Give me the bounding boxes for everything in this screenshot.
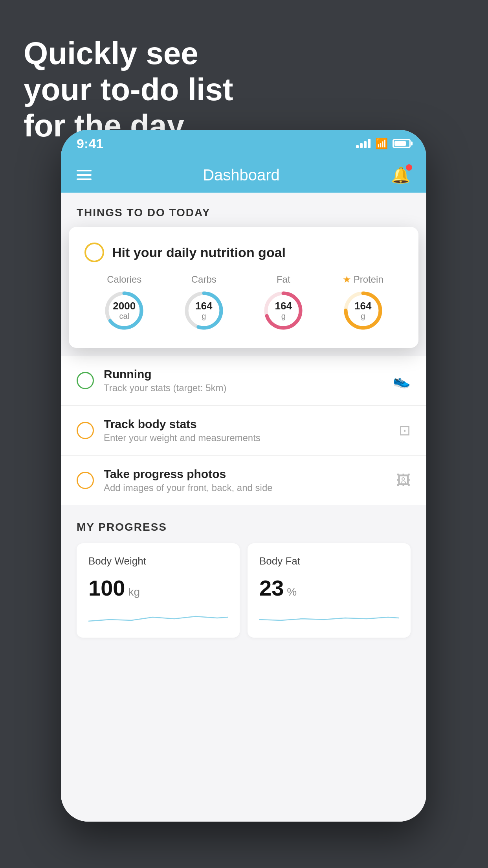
body-fat-card-title: Body Fat: [259, 555, 399, 567]
todo-subtitle-body-stats: Enter your weight and measurements: [104, 432, 389, 443]
todo-text-body-stats: Track body stats Enter your weight and m…: [104, 417, 389, 443]
todo-circle-running: [77, 372, 94, 389]
menu-button[interactable]: [77, 170, 92, 180]
nutrition-macros: Calories 2000 cal Carbs: [84, 274, 403, 332]
body-fat-chart: [259, 609, 399, 624]
todo-subtitle-progress-photos: Add images of your front, back, and side: [104, 482, 387, 493]
macro-protein-label: ★ Protein: [343, 274, 383, 285]
notification-dot: [406, 164, 412, 171]
things-section-header: THINGS TO DO TODAY: [61, 193, 426, 227]
body-weight-value: 100: [88, 575, 125, 601]
body-weight-value-row: 100 kg: [88, 575, 228, 601]
running-shoe-icon: 👟: [393, 372, 411, 389]
macro-fat: Fat 164 g: [262, 274, 305, 332]
phone-frame: 9:41 📶 Dashboard 🔔: [61, 130, 426, 822]
macro-calories-label: Calories: [107, 274, 141, 285]
todo-item-progress-photos[interactable]: Take progress photos Add images of your …: [61, 456, 426, 505]
signal-icon: [356, 139, 371, 148]
macro-calories: Calories 2000 cal: [103, 274, 146, 332]
photo-icon: 🖼: [396, 472, 411, 489]
progress-cards: Body Weight 100 kg Body Fat 23 %: [77, 543, 411, 638]
app-header: Dashboard 🔔: [61, 157, 426, 193]
header-title: Dashboard: [203, 166, 280, 184]
todo-subtitle-running: Track your stats (target: 5km): [104, 383, 383, 394]
body-fat-value: 23: [259, 575, 284, 601]
scale-icon: ⊡: [399, 422, 411, 439]
protein-star-icon: ★: [343, 274, 351, 285]
battery-icon: [393, 139, 411, 148]
body-weight-chart: [88, 609, 228, 624]
nutrition-card-header: Hit your daily nutrition goal: [84, 243, 403, 262]
status-time: 9:41: [77, 136, 103, 151]
todo-item-running[interactable]: Running Track your stats (target: 5km) 👟: [61, 356, 426, 406]
todo-title-body-stats: Track body stats: [104, 417, 389, 431]
progress-section: MY PROGRESS Body Weight 100 kg Body Fat: [61, 505, 426, 649]
body-fat-value-row: 23 %: [259, 575, 399, 601]
notification-bell[interactable]: 🔔: [391, 166, 411, 184]
macro-carbs-label: Carbs: [191, 274, 216, 285]
macro-protein: ★ Protein 164 g: [341, 274, 385, 332]
todo-circle-body-stats: [77, 422, 94, 439]
progress-card-body-fat[interactable]: Body Fat 23 %: [248, 543, 411, 638]
status-icons: 📶: [356, 138, 411, 150]
todo-title-running: Running: [104, 368, 383, 381]
status-bar: 9:41 📶: [61, 130, 426, 157]
todo-text-progress-photos: Take progress photos Add images of your …: [104, 467, 387, 493]
todo-item-body-stats[interactable]: Track body stats Enter your weight and m…: [61, 406, 426, 456]
macro-fat-label: Fat: [277, 274, 290, 285]
things-section-title: THINGS TO DO TODAY: [77, 206, 411, 219]
macro-carbs-circle: 164 g: [182, 289, 226, 332]
macro-calories-circle: 2000 cal: [103, 289, 146, 332]
wifi-icon: 📶: [375, 138, 388, 150]
nutrition-card: Hit your daily nutrition goal Calories 2…: [69, 227, 418, 348]
body-fat-unit: %: [287, 586, 297, 598]
app-content: THINGS TO DO TODAY Hit your daily nutrit…: [61, 193, 426, 822]
todo-list: Running Track your stats (target: 5km) 👟…: [61, 356, 426, 505]
macro-protein-circle: 164 g: [341, 289, 385, 332]
nutrition-check-circle[interactable]: [84, 243, 104, 262]
nutrition-card-title: Hit your daily nutrition goal: [112, 245, 286, 260]
body-weight-card-title: Body Weight: [88, 555, 228, 567]
progress-card-body-weight[interactable]: Body Weight 100 kg: [77, 543, 240, 638]
todo-circle-progress-photos: [77, 472, 94, 489]
todo-title-progress-photos: Take progress photos: [104, 467, 387, 481]
hero-text: Quickly see your to-do list for the day.: [24, 35, 233, 144]
body-weight-unit: kg: [128, 586, 140, 598]
macro-carbs: Carbs 164 g: [182, 274, 226, 332]
macro-fat-circle: 164 g: [262, 289, 305, 332]
todo-text-running: Running Track your stats (target: 5km): [104, 368, 383, 394]
progress-section-title: MY PROGRESS: [77, 521, 411, 533]
